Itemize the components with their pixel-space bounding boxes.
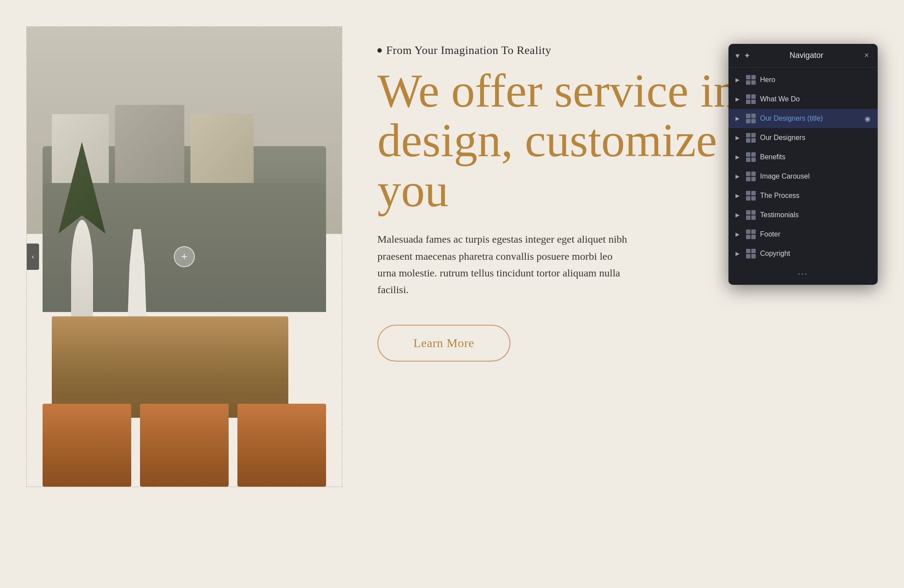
nav-item-arrow-benefits: ▶ (735, 154, 742, 161)
nav-item-arrow-image-carousel: ▶ (735, 173, 742, 180)
nav-item-arrow-footer: ▶ (735, 231, 742, 238)
nav-item-arrow-copyright: ▶ (735, 251, 742, 257)
nav-item-grid-icon-our-designers (746, 133, 756, 143)
main-heading: We offer service in design, customize yo… (377, 66, 772, 215)
nav-item-benefits[interactable]: ▶Benefits (728, 147, 878, 167)
bullet-text: From Your Imagination To Reality (386, 44, 551, 57)
navigator-items-list: ▶Hero▶What We Do▶Our Designers (title)◉▶… (728, 68, 878, 266)
nav-item-testimonials[interactable]: ▶Testimonials (728, 205, 878, 225)
nav-item-grid-icon-what-we-do (746, 94, 756, 104)
nav-item-our-designers[interactable]: ▶Our Designers (728, 128, 878, 147)
learn-more-button[interactable]: Learn More (377, 325, 510, 362)
nav-item-the-process[interactable]: ▶The Process (728, 186, 878, 205)
nav-item-footer[interactable]: ▶Footer (728, 225, 878, 244)
nav-item-grid-icon-testimonials (746, 210, 756, 220)
nav-item-grid-icon-footer (746, 229, 756, 239)
page-wrapper: + ‹ From Your Imagination To Reality We … (0, 0, 904, 588)
nav-item-arrow-our-designers-title: ▶ (735, 115, 742, 122)
bullet-dot (377, 48, 382, 53)
nav-item-grid-icon-hero (746, 75, 756, 85)
nav-item-grid-icon-copyright (746, 249, 756, 258)
nav-item-image-carousel[interactable]: ▶Image Carousel (728, 167, 878, 186)
nav-item-label-hero: Hero (760, 76, 871, 84)
nav-item-our-designers-title[interactable]: ▶Our Designers (title)◉ (728, 109, 878, 128)
nav-item-arrow-what-we-do: ▶ (735, 96, 742, 103)
nav-item-grid-icon-benefits (746, 152, 756, 162)
nav-item-label-footer: Footer (760, 230, 871, 238)
navigator-close-button[interactable]: × (862, 50, 871, 61)
nav-item-copyright[interactable]: ▶Copyright (728, 244, 878, 263)
nav-item-label-the-process: The Process (760, 192, 871, 200)
nav-item-label-copyright: Copyright (760, 250, 871, 258)
nav-item-grid-icon-the-process (746, 191, 756, 201)
nav-item-what-we-do[interactable]: ▶What We Do (728, 90, 878, 109)
nav-item-eye-our-designers-title[interactable]: ◉ (865, 115, 871, 123)
add-element-button[interactable]: + (174, 246, 195, 267)
sparkle-icon[interactable]: ✦ (744, 51, 750, 61)
navigator-title: Navigator (755, 51, 858, 60)
nav-item-label-our-designers-title: Our Designers (title) (760, 115, 860, 122)
dropdown-icon[interactable]: ▾ (735, 51, 739, 61)
nav-item-grid-icon-our-designers-title (746, 114, 756, 123)
nav-item-grid-icon-image-carousel (746, 172, 756, 181)
nav-item-label-benefits: Benefits (760, 153, 871, 161)
nav-item-arrow-the-process: ▶ (735, 193, 742, 199)
nav-item-arrow-our-designers: ▶ (735, 135, 742, 141)
nav-item-label-our-designers: Our Designers (760, 134, 871, 142)
navigator-header: ▾ ✦ Navigator × (728, 44, 878, 68)
nav-item-arrow-testimonials: ▶ (735, 212, 742, 219)
image-arrow-left[interactable]: ‹ (27, 244, 39, 270)
navigator-panel: ▾ ✦ Navigator × ▶Hero▶What We Do▶Our Des… (728, 44, 878, 285)
nav-item-label-testimonials: Testimonials (760, 211, 871, 219)
nav-item-hero[interactable]: ▶Hero (728, 70, 878, 90)
nav-item-label-image-carousel: Image Carousel (760, 172, 871, 180)
nav-item-arrow-hero: ▶ (735, 77, 742, 83)
navigator-more-dots[interactable]: ··· (728, 266, 878, 285)
nav-item-label-what-we-do: What We Do (760, 95, 871, 103)
description-text: Malesuada fames ac turpis egestas intege… (377, 231, 632, 298)
image-panel: + ‹ (26, 26, 342, 487)
